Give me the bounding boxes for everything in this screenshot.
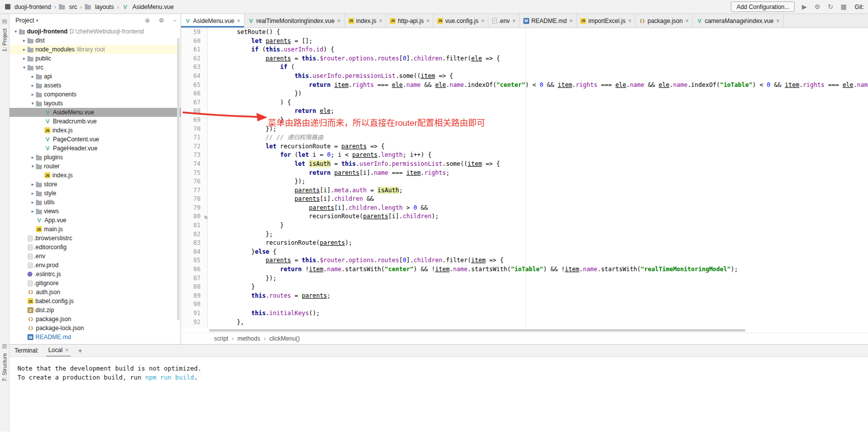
tree-item-dist-zip[interactable]: Zdist.zip xyxy=(9,306,181,315)
tree-item-pageheader-vue[interactable]: VPageHeader.vue xyxy=(9,144,181,153)
editor-tab-index-js[interactable]: JSindex.js× xyxy=(345,14,387,27)
chevron-right-icon[interactable]: ▸ xyxy=(29,182,36,187)
close-icon[interactable]: × xyxy=(237,17,240,24)
chevron-right-icon[interactable]: ▸ xyxy=(21,38,27,43)
tree-item-plugins[interactable]: ▸plugins xyxy=(9,153,181,162)
tree-item-babel-config-js[interactable]: JSbabel.config.js xyxy=(9,297,181,306)
chevron-down-icon[interactable]: ▾ xyxy=(36,18,38,23)
structure-tool-button[interactable]: 7: Structure xyxy=(1,353,7,382)
project-panel-title[interactable]: Project xyxy=(15,17,34,24)
close-icon[interactable]: × xyxy=(685,17,689,24)
editor-tab-readme-md[interactable]: MREADME.md× xyxy=(520,14,577,27)
tree-item-app-vue[interactable]: VApp.vue xyxy=(9,216,181,225)
breadcrumb-item[interactable]: VAsideMenu.vue xyxy=(122,3,174,10)
tool-windows-icon[interactable]: ▤ xyxy=(2,18,7,24)
tree-item-node-modules[interactable]: ▸node_moduleslibrary root xyxy=(9,45,181,54)
tree-item-style[interactable]: ▸style xyxy=(9,189,181,198)
terminal-output[interactable]: Note that the development build is not o… xyxy=(9,357,868,431)
breadcrumb-item[interactable]: layouts xyxy=(85,3,114,10)
chevron-right-icon[interactable]: ▸ xyxy=(29,92,36,97)
chevron-down-icon[interactable]: ▾ xyxy=(21,65,27,70)
new-terminal-button[interactable]: + xyxy=(78,347,82,355)
tree-item-utils[interactable]: ▸utils xyxy=(9,198,181,207)
close-icon[interactable]: × xyxy=(776,17,780,24)
settings-gear-icon[interactable]: ⚙ xyxy=(159,17,164,24)
tree-item-dist[interactable]: ▸dist xyxy=(9,36,181,45)
tree-item-duoji-frontend[interactable]: ▾duoji-frontendD:\zheheWeb\duoji-fronten… xyxy=(9,27,181,36)
tree-item-public[interactable]: ▸public xyxy=(9,54,181,63)
tree-item-views[interactable]: ▸views xyxy=(9,207,181,216)
close-icon[interactable]: × xyxy=(65,347,68,354)
tree-item-store[interactable]: ▸store xyxy=(9,180,181,189)
chevron-down-icon[interactable]: ▾ xyxy=(12,29,19,34)
tree-item-api[interactable]: ▸api xyxy=(9,72,181,81)
breadcrumb-item[interactable]: duoji-frontend xyxy=(5,3,51,10)
code-editor[interactable]: 59 setRoute() {60 let parents = [];61 if… xyxy=(181,28,868,328)
editor-tab-cameramanage-index-vue[interactable]: VcameraManage\index.vue× xyxy=(693,14,784,27)
locate-file-icon[interactable]: ⊕ xyxy=(145,17,150,24)
project-tool-button[interactable]: 1: Project xyxy=(1,28,7,51)
tree-item-breadcrumb-vue[interactable]: VBreadcrumb.vue xyxy=(9,117,181,126)
chevron-right-icon[interactable]: ▸ xyxy=(29,209,36,214)
tree-item-auth-json[interactable]: {}auth.json xyxy=(9,288,181,297)
close-icon[interactable]: × xyxy=(512,17,516,24)
tree-item-env-prod[interactable]: .env.prod xyxy=(9,261,181,270)
tree-item-readme-md[interactable]: MREADME.md xyxy=(9,333,181,342)
tree-item-package-lock-json[interactable]: {}package-lock.json xyxy=(9,324,181,333)
editor-tab-package-json[interactable]: {}package.json× xyxy=(636,14,693,27)
sync-icon[interactable]: ↻ xyxy=(828,3,833,10)
chevron-right-icon[interactable]: ▸ xyxy=(29,191,36,196)
breadcrumb-item[interactable]: clickMenu() xyxy=(269,335,300,342)
breadcrumb-item[interactable]: src xyxy=(59,3,77,10)
add-configuration-button[interactable]: Add Configuration... xyxy=(731,1,795,12)
close-icon[interactable]: × xyxy=(628,17,632,24)
editor-tab-realtimemonitoring-index-vue[interactable]: VrealTimeMonitoring\index.vue× xyxy=(244,14,345,27)
tree-item-package-json[interactable]: {}package.json xyxy=(9,315,181,324)
tree-item-src[interactable]: ▾src xyxy=(9,63,181,72)
layout-icon[interactable]: ▦ xyxy=(841,3,847,10)
tree-item-components[interactable]: ▸components xyxy=(9,90,181,99)
close-icon[interactable]: × xyxy=(337,17,341,24)
chevron-right-icon[interactable]: ▸ xyxy=(29,200,36,205)
editor-tab-asidemenu-vue[interactable]: VAsideMenu.vue× xyxy=(181,14,244,27)
tree-item-browserslistrc[interactable]: .browserslistrc xyxy=(9,234,181,243)
settings-icon[interactable]: ⚙ xyxy=(814,3,820,10)
close-icon[interactable]: × xyxy=(426,17,430,24)
tree-item-env[interactable]: .env xyxy=(9,252,181,261)
close-icon[interactable]: × xyxy=(481,17,484,24)
editor-tab-env[interactable]: .env× xyxy=(488,14,520,27)
close-icon[interactable]: × xyxy=(569,17,573,24)
chevron-right-icon[interactable]: ▸ xyxy=(29,83,36,88)
tree-item-index-js[interactable]: JSindex.js xyxy=(9,171,181,180)
scrollbar-thumb[interactable] xyxy=(177,38,180,320)
tree-item-main-js[interactable]: JSmain.js xyxy=(9,225,181,234)
editor-tab-importexcel-js[interactable]: JSimportExcel.js× xyxy=(577,14,636,27)
tree-item-pagecontent-vue[interactable]: VPageContent.vue xyxy=(9,135,181,144)
tree-item-gitignore[interactable]: .gitignore xyxy=(9,279,181,288)
tree-item-asidemenu-vue[interactable]: VAsideMenu.vue xyxy=(9,108,181,117)
tree-item-router[interactable]: ▾router xyxy=(9,162,181,171)
editor-tab-vue-config-js[interactable]: JSvue.config.js× xyxy=(434,14,488,27)
tree-item-editorconfig[interactable]: .editorconfig xyxy=(9,243,181,252)
tree-item-eslintrc-js[interactable]: .eslintrc.js xyxy=(9,270,181,279)
chevron-down-icon[interactable]: ▾ xyxy=(29,101,36,106)
chevron-right-icon[interactable]: ▸ xyxy=(29,155,36,160)
run-button[interactable]: ▶ xyxy=(802,3,807,10)
chevron-right-icon[interactable]: ▸ xyxy=(29,74,36,79)
terminal-tab-local[interactable]: Local × xyxy=(46,345,71,357)
tree-item-assets[interactable]: ▸assets xyxy=(9,81,181,90)
breadcrumb-item[interactable]: script xyxy=(214,335,228,342)
chevron-right-icon[interactable]: ▸ xyxy=(21,47,27,52)
chevron-right-icon[interactable]: ▸ xyxy=(21,56,27,61)
breadcrumb-item[interactable]: methods xyxy=(237,335,260,342)
close-icon[interactable]: × xyxy=(379,17,382,24)
chevron-down-icon[interactable]: ▾ xyxy=(29,164,36,169)
hide-panel-icon[interactable]: − xyxy=(173,17,177,24)
tree-item-label: store xyxy=(44,181,57,188)
code-text: return !item.name.startsWith("center") &… xyxy=(208,265,738,274)
structure-icon[interactable]: ▥ xyxy=(2,343,7,349)
tree-item-layouts[interactable]: ▾layouts xyxy=(9,99,181,108)
editor-tab-http-api-js[interactable]: JShttp-api.js× xyxy=(386,14,434,27)
scrollbar-thumb[interactable] xyxy=(209,329,745,332)
tree-item-index-js[interactable]: JSindex.js xyxy=(9,126,181,135)
